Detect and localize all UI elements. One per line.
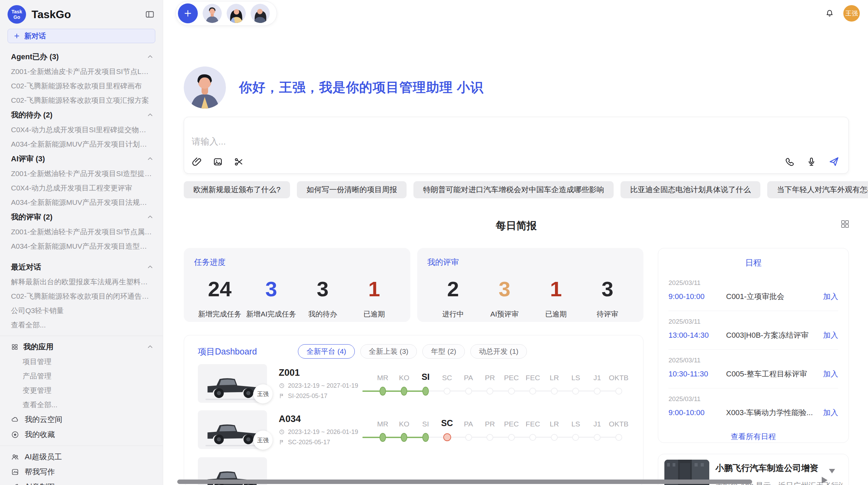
paperclip-icon bbox=[192, 157, 202, 167]
milestone-dot-fec bbox=[529, 388, 536, 395]
milestone-label-pr: PR bbox=[479, 374, 501, 382]
section-header-my-apps[interactable]: 我的应用 bbox=[0, 339, 163, 355]
suggestion-chip[interactable]: 特朗普可能对进口汽车增税会对中国车企造成哪些影响 bbox=[413, 181, 614, 198]
sidebar-item-write-for-me[interactable]: 帮我写作 bbox=[0, 464, 163, 480]
agent-avatar[interactable] bbox=[227, 4, 246, 23]
stat-label: 新增AI完成任务 bbox=[245, 309, 297, 319]
notification-bell-button[interactable] bbox=[825, 9, 834, 18]
join-meeting-link[interactable]: 加入 bbox=[823, 408, 838, 418]
tab-new-platform[interactable]: 全新平台 (4) bbox=[298, 344, 355, 359]
scroll-right-arrow[interactable] bbox=[822, 477, 828, 484]
tab-model-year[interactable]: 年型 (2) bbox=[422, 344, 465, 359]
main-area: 王强 你好，王强，我是你的项目管理助理 小识 bbox=[163, 0, 868, 485]
milestone-dot-ls bbox=[572, 388, 579, 395]
agent-avatar[interactable] bbox=[251, 4, 270, 23]
sidebar-item-creative-drawing[interactable]: 创意制图 bbox=[0, 480, 163, 485]
milestone-dot-j1 bbox=[594, 388, 601, 395]
stat-label: 进行中 bbox=[427, 309, 479, 319]
scissors-icon bbox=[233, 157, 244, 167]
sidebar-item-cloud-space[interactable]: 我的云空间 bbox=[0, 412, 163, 427]
milestone-label-ls: LS bbox=[565, 420, 587, 428]
layout-grid-button[interactable] bbox=[840, 219, 850, 229]
project-row-a034[interactable]: 王强 A034 2023-12-19 ~ 2026-01-19 SC bbox=[198, 410, 629, 449]
horizontal-scrollbar[interactable] bbox=[177, 480, 752, 484]
voice-call-button[interactable] bbox=[784, 157, 795, 167]
milestone-label-pec: PEC bbox=[501, 374, 522, 382]
schedule-date: 2025/03/11 bbox=[668, 318, 838, 325]
milestone-date-text: SI-2025-05-17 bbox=[288, 393, 327, 400]
app-item-product-mgmt[interactable]: 产品管理 bbox=[0, 369, 163, 383]
section-header-my-todo[interactable]: 我的待办 (2) bbox=[0, 108, 163, 123]
user-avatar[interactable]: 王强 bbox=[843, 5, 860, 22]
star-circle-icon bbox=[11, 431, 19, 439]
apps-view-all[interactable]: 查看全部... bbox=[0, 398, 163, 412]
section-my-review: 我的评审 (2) Z001-全新燃油轻卡产品开发项目SI节点属性5D文件评审 A… bbox=[0, 210, 163, 253]
milestone-label-ls: LS bbox=[565, 374, 587, 382]
recent-chat-item[interactable]: 解释最新出台的欧盟报废车法规再生塑料比例被调至15%... bbox=[0, 275, 163, 289]
composer bbox=[184, 117, 849, 174]
new-chat-label: 新对话 bbox=[24, 31, 46, 41]
section-agent-done: Agent已办 (3) Z001-全新燃油皮卡产品开发项目SI节点Lesson … bbox=[0, 49, 163, 108]
app-item-project-mgmt[interactable]: 项目管理 bbox=[0, 355, 163, 369]
scroll-down-arrow[interactable] bbox=[829, 469, 835, 473]
add-agent-button[interactable] bbox=[178, 3, 198, 23]
composer-input[interactable] bbox=[184, 117, 848, 147]
composer-tools-left bbox=[192, 157, 244, 167]
sidebar-task-item[interactable]: A034-全新新能源MUV产品开发项目法规符合性评审 bbox=[0, 195, 163, 210]
tab-new-upfit[interactable]: 全新上装 (3) bbox=[360, 344, 417, 359]
sidebar-task-item[interactable]: C0X4-动力总成开发项目SI里程碑提交物检查 bbox=[0, 123, 163, 137]
join-meeting-link[interactable]: 加入 bbox=[823, 291, 838, 302]
sidebar-collapse-button[interactable] bbox=[145, 10, 155, 19]
microphone-button[interactable] bbox=[806, 157, 817, 167]
recent-chat-item[interactable]: 公司Q3轻卡销量 bbox=[0, 303, 163, 318]
sidebar-task-item[interactable]: C02-飞腾新能源轻客改款项目立项汇报方案 bbox=[0, 93, 163, 108]
app-item-change-mgmt[interactable]: 变更管理 bbox=[0, 383, 163, 398]
project-row-z001[interactable]: 王强 Z001 2023-12-19 ~ 2027-01-19 SI bbox=[198, 364, 629, 403]
cloud-icon bbox=[11, 415, 19, 424]
suggestion-chip[interactable]: 比亚迪全固态电池计划具体说了什么 bbox=[620, 181, 760, 198]
view-all-schedule-link[interactable]: 查看所有日程 bbox=[731, 432, 776, 442]
sidebar-task-item[interactable]: A034-全新新能源MUV产品开发项目造型可行性评审 bbox=[0, 239, 163, 253]
sidebar-task-item[interactable]: A034-全新新能源MUV产品开发项目计划变更表编写 bbox=[0, 137, 163, 151]
insert-image-button[interactable] bbox=[213, 157, 223, 167]
screenshot-button[interactable] bbox=[233, 157, 244, 167]
sidebar-task-item[interactable]: C02-飞腾新能源轻客改款项目里程碑画布 bbox=[0, 79, 163, 93]
suggestion-chip[interactable]: 如何写一份清晰的项目周报 bbox=[297, 181, 407, 198]
section-title: Agent已办 (3) bbox=[11, 52, 146, 62]
greeting-title: 你好，王强，我是你的项目管理助理 小识 bbox=[239, 79, 484, 96]
sidebar-task-item[interactable]: Z001-全新燃油皮卡产品开发项目SI节点Lesson Learn报告 bbox=[0, 64, 163, 79]
sidebar-item-favorites[interactable]: 我的收藏 bbox=[0, 427, 163, 442]
join-meeting-link[interactable]: 加入 bbox=[823, 330, 838, 340]
new-chat-button[interactable]: 新对话 bbox=[8, 29, 155, 43]
sidebar-item-ai-super-staff[interactable]: AI超级员工 bbox=[0, 449, 163, 464]
stat-label: 新增完成任务 bbox=[194, 309, 245, 319]
tab-powertrain-dev[interactable]: 动总开发 (1) bbox=[470, 344, 527, 359]
project-photo: 王强 bbox=[198, 364, 267, 403]
join-meeting-link[interactable]: 加入 bbox=[823, 369, 838, 379]
agent-avatar[interactable] bbox=[203, 4, 222, 23]
section-title: 我的评审 (2) bbox=[11, 212, 146, 222]
send-button[interactable] bbox=[828, 156, 840, 167]
stat-value: 3 bbox=[245, 278, 297, 300]
suggestion-chip[interactable]: 欧洲新规最近颁布了什么? bbox=[184, 181, 290, 198]
sidebar-item-label: 我的收藏 bbox=[25, 430, 55, 440]
sidebar-task-item[interactable]: C0X4-动力总成开发项目工程变更评审 bbox=[0, 181, 163, 195]
milestone-label-j1: J1 bbox=[587, 420, 608, 428]
section-header-recent[interactable]: 最近对话 bbox=[0, 260, 163, 275]
sidebar-divider bbox=[0, 446, 163, 446]
schedule-date: 2025/03/11 bbox=[668, 395, 838, 403]
attach-file-button[interactable] bbox=[192, 157, 202, 167]
card-title: 我的评审 bbox=[427, 257, 634, 268]
section-header-agent-done[interactable]: Agent已办 (3) bbox=[0, 49, 163, 64]
clock-icon bbox=[279, 429, 285, 435]
milestone-label-oktb: OKTB bbox=[608, 420, 629, 428]
sidebar-task-item[interactable]: Z001-全新燃油轻卡产品开发项目SI节点属性5D文件评审 bbox=[0, 225, 163, 239]
app-title: TaskGo bbox=[32, 8, 145, 21]
sidebar-task-item[interactable]: Z001-全新燃油轻卡产品开发项目SI造型提交物评审 bbox=[0, 166, 163, 181]
recent-view-all[interactable]: 查看全部... bbox=[0, 318, 163, 332]
suggestion-chip[interactable]: 当下年轻人对汽车外观有怎样的喜好趋势 bbox=[767, 181, 868, 198]
recent-chat-item[interactable]: C02-飞腾新能源轻客改款项目的闭环通告反馈情况 bbox=[0, 289, 163, 303]
section-header-my-review[interactable]: 我的评审 (2) bbox=[0, 210, 163, 225]
apps-grid-icon bbox=[11, 343, 19, 351]
section-header-ai-review[interactable]: AI评审 (3) bbox=[0, 151, 163, 166]
